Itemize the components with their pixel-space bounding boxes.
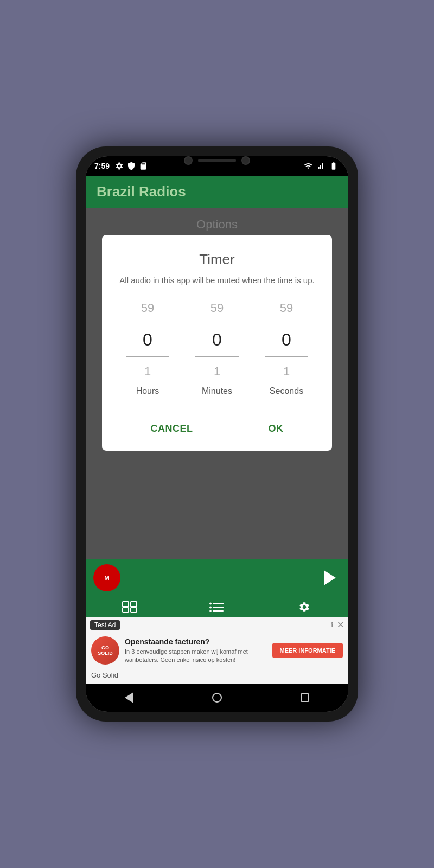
sd-card-icon xyxy=(139,162,148,170)
android-nav xyxy=(86,684,348,712)
app-title: Brazil Radios xyxy=(97,183,337,200)
time-picker: 59 0 1 Hours 59 0 1 Minutes xyxy=(113,301,321,396)
ok-button[interactable]: OK xyxy=(252,418,300,440)
minutes-picker-column[interactable]: 59 0 1 Minutes xyxy=(190,301,244,396)
ad-text-block: Openstaande facturen? In 3 eenvoudige st… xyxy=(125,637,267,663)
front-camera-right xyxy=(241,156,250,165)
seconds-label: Seconds xyxy=(270,386,303,396)
minutes-above-value: 59 xyxy=(210,301,224,315)
seconds-below-value: 1 xyxy=(283,365,290,379)
wifi-icon xyxy=(304,162,312,170)
cancel-button[interactable]: CANCEL xyxy=(135,418,209,440)
hours-picker-column[interactable]: 59 0 1 Hours xyxy=(120,301,175,396)
phone-screen: 7:59 xyxy=(86,156,348,712)
radio-logo-text: M xyxy=(104,575,109,581)
ad-label-row: Test Ad ℹ ✕ xyxy=(86,617,348,632)
svg-rect-3 xyxy=(131,608,137,612)
seconds-current-value: 0 xyxy=(282,330,291,350)
screen-content: Options Timer All audio in this app will… xyxy=(86,208,348,559)
svg-rect-2 xyxy=(123,608,129,612)
minutes-bottom-divider xyxy=(195,356,239,357)
svg-rect-6 xyxy=(213,610,224,612)
back-button[interactable] xyxy=(125,692,133,703)
seconds-top-divider xyxy=(265,323,308,323)
phone-top-camera xyxy=(184,156,250,165)
list-icon xyxy=(209,601,225,613)
app-bar: Brazil Radios xyxy=(86,176,348,208)
recents-icon xyxy=(301,693,309,702)
svg-point-8 xyxy=(209,607,212,609)
dialog-subtitle: All audio in this app will be muted when… xyxy=(119,275,314,286)
minutes-top-divider xyxy=(195,323,239,323)
ad-brand-name: Go Solid xyxy=(91,671,118,679)
settings-icon xyxy=(115,162,124,170)
ad-bar: Test Ad ℹ ✕ GOSOLID Openstaande facturen… xyxy=(86,617,348,684)
home-button[interactable] xyxy=(212,693,222,703)
signal-icon xyxy=(316,162,324,170)
ad-cta-button[interactable]: MEER INFORMATIE xyxy=(272,643,343,658)
hours-label: Hours xyxy=(136,386,159,396)
svg-rect-1 xyxy=(131,602,137,607)
seconds-above-value: 59 xyxy=(280,301,293,315)
test-ad-badge: Test Ad xyxy=(90,620,120,630)
status-icons-left xyxy=(115,162,148,170)
ad-info-icon[interactable]: ℹ xyxy=(331,621,334,629)
recents-button[interactable] xyxy=(301,693,309,702)
hours-current-value: 0 xyxy=(143,330,152,350)
play-button[interactable] xyxy=(317,566,341,590)
dialog-title: Timer xyxy=(199,251,234,268)
radio-logo: M xyxy=(93,564,120,591)
svg-point-7 xyxy=(209,603,212,605)
bottom-area: M xyxy=(86,559,348,712)
speaker xyxy=(198,159,236,162)
play-triangle-icon xyxy=(324,570,336,585)
ad-body: In 3 eenvoudige stappen maken wij komaf … xyxy=(125,648,267,663)
seconds-bottom-divider xyxy=(265,356,308,357)
hours-above-value: 59 xyxy=(141,301,154,315)
seconds-picker-column[interactable]: 59 0 1 Seconds xyxy=(259,301,314,396)
shield-icon xyxy=(127,162,136,170)
ad-close-icon[interactable]: ✕ xyxy=(337,620,344,630)
svg-rect-4 xyxy=(213,603,224,604)
nav-tab-list[interactable] xyxy=(209,601,225,613)
nav-tabs xyxy=(86,597,348,617)
svg-rect-5 xyxy=(213,607,224,608)
minutes-label: Minutes xyxy=(202,386,232,396)
status-icons-right xyxy=(304,162,340,170)
grid-icon xyxy=(122,601,137,613)
phone-frame: 7:59 xyxy=(76,146,358,722)
hours-top-divider xyxy=(126,323,169,323)
minutes-current-value: 0 xyxy=(212,330,222,350)
dialog-buttons: CANCEL OK xyxy=(113,407,321,440)
svg-rect-0 xyxy=(123,602,129,607)
home-icon xyxy=(212,693,222,703)
hours-below-value: 1 xyxy=(144,365,151,379)
hours-bottom-divider xyxy=(126,356,169,357)
ad-footer: Go Solid xyxy=(86,669,348,684)
back-icon xyxy=(125,692,133,703)
status-time: 7:59 xyxy=(94,162,110,170)
front-camera-left xyxy=(184,156,193,165)
svg-point-9 xyxy=(209,610,212,612)
ad-headline: Openstaande facturen? xyxy=(125,637,267,646)
timer-dialog: Timer All audio in this app will be mute… xyxy=(102,235,332,451)
nav-tab-grid[interactable] xyxy=(122,601,137,613)
ad-controls: ℹ ✕ xyxy=(331,620,344,630)
gear-icon xyxy=(297,601,312,613)
ad-content: GOSOLID Openstaande facturen? In 3 eenvo… xyxy=(86,632,348,669)
nav-tab-settings[interactable] xyxy=(297,601,312,613)
ad-brand-logo: GOSOLID xyxy=(91,636,119,665)
minutes-below-value: 1 xyxy=(214,365,220,379)
battery-icon xyxy=(328,162,340,170)
radio-bar: M xyxy=(86,559,348,597)
